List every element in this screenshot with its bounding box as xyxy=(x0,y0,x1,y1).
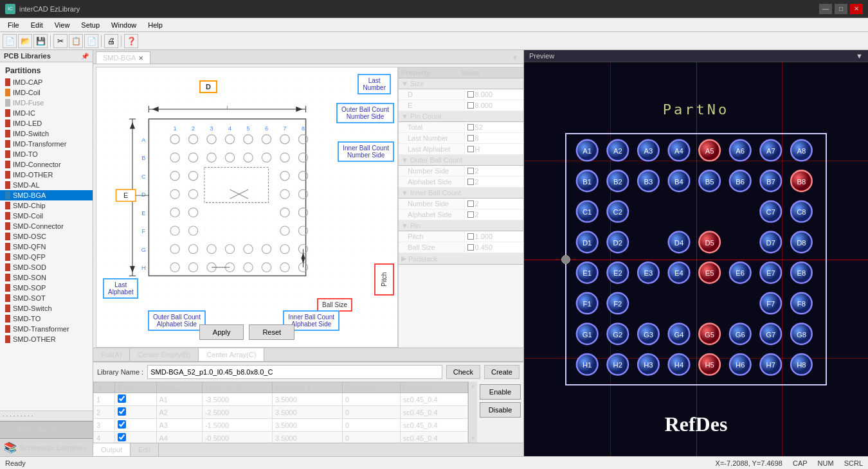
row-check-1[interactable] xyxy=(118,394,126,403)
prop-row-ball-size: Ball Size 0.450 xyxy=(399,242,523,253)
prop-group-inner-ball[interactable]: ▼ Inner Ball Count xyxy=(399,188,523,199)
table-scrollbar[interactable]: ▲ ▼ xyxy=(468,382,477,443)
color-imd-switch xyxy=(5,130,10,137)
table-row[interactable]: 1 A1 -3.5000 3.5000 0 sc0.45_0.4 xyxy=(94,393,468,406)
scroll-up-icon[interactable]: ▲ xyxy=(471,383,476,389)
row-check-4[interactable] xyxy=(118,433,126,441)
close-button[interactable]: ✕ xyxy=(850,4,863,14)
partition-smd-qfn[interactable]: SMD-QFN xyxy=(0,242,93,252)
color-smd-chip xyxy=(5,202,10,209)
create-button[interactable]: Create xyxy=(484,365,520,379)
pcb-libraries-header: PCB Libraries 📌 xyxy=(0,50,93,62)
table-row[interactable]: 3 A3 -1.5000 3.5000 0 sc0.45_0.4 xyxy=(94,419,468,432)
row-check-2[interactable] xyxy=(118,407,126,416)
maximize-button[interactable]: □ xyxy=(835,4,847,14)
prop-group-padstack[interactable]: ▶ Padstack xyxy=(399,253,523,265)
scroll-down-icon[interactable]: ▼ xyxy=(471,436,476,441)
row-pad-4: sc0.45_0.4 xyxy=(400,432,467,443)
tab-output[interactable]: Output xyxy=(93,443,131,456)
partition-smd-connector[interactable]: SMD-Connector xyxy=(0,221,93,231)
toolbar-new[interactable]: 📄 xyxy=(3,34,17,48)
svg-text:G7: G7 xyxy=(766,331,775,339)
partition-smd-osc[interactable]: SMD-OSC xyxy=(0,231,93,242)
menu-help[interactable]: Help xyxy=(143,20,168,30)
prop-group-size[interactable]: ▼ Size xyxy=(399,78,523,89)
svg-text:G: G xyxy=(141,247,146,253)
tab-smd-bga[interactable]: SMD-BGA ✕ xyxy=(96,51,150,64)
partition-imd-fuse[interactable]: IMD-Fuse xyxy=(0,98,93,108)
partition-smd-sod[interactable]: SMD-SOD xyxy=(0,262,93,272)
row-enabled-2[interactable] xyxy=(115,406,156,419)
toolbar-save[interactable]: 💾 xyxy=(33,34,48,48)
row-pad-3: sc0.45_0.4 xyxy=(400,419,467,432)
reset-button[interactable]: Reset xyxy=(249,324,294,340)
tab-full-a[interactable]: Full(A) xyxy=(93,348,130,361)
toolbar-copy[interactable]: 📋 xyxy=(69,34,83,48)
partition-imd-led[interactable]: IMD-LED xyxy=(0,118,93,128)
partition-smd-coil[interactable]: SMD-Coil xyxy=(0,211,93,221)
table-row[interactable]: 2 A2 -2.5000 3.5000 0 sc0.45_0.4 xyxy=(94,406,468,419)
menu-window[interactable]: Window xyxy=(106,20,141,30)
panel-pin-btn[interactable]: 📌 xyxy=(81,53,89,60)
tab-edit[interactable]: Edit xyxy=(131,443,159,456)
partition-smd-qfp[interactable]: SMD-QFP xyxy=(0,252,93,262)
partition-imd-switch[interactable]: IMD-Switch xyxy=(0,128,93,139)
menu-setup[interactable]: Setup xyxy=(76,20,105,30)
partition-imd-connector[interactable]: IMD-Connector xyxy=(0,159,93,170)
table-row[interactable]: 4 A4 -0.5000 3.5000 0 sc0.45_0.4 xyxy=(94,432,468,443)
row-enabled-3[interactable] xyxy=(115,419,156,432)
preview-dropdown[interactable]: ▼ xyxy=(856,52,863,60)
enable-button[interactable]: Enable xyxy=(480,384,521,400)
partition-smd-transformer[interactable]: SMD-Transformer xyxy=(0,324,93,334)
main-container: PCB Libraries 📌 Partitions IMD-CAP IMD-C… xyxy=(0,50,868,456)
menu-edit[interactable]: Edit xyxy=(26,20,48,30)
prop-total-name: Total xyxy=(399,122,465,132)
partition-imd-coil[interactable]: IMD-Coil xyxy=(0,87,93,98)
partition-imd-to[interactable]: IMD-TO xyxy=(0,149,93,159)
partition-imd-cap[interactable]: IMD-CAP xyxy=(0,77,93,87)
partition-smd-other[interactable]: SMD-OTHER xyxy=(0,334,93,344)
partition-smd-sot[interactable]: SMD-SOT xyxy=(0,293,93,303)
partition-imd-ic[interactable]: IMD-IC xyxy=(0,108,93,118)
minimize-button[interactable]: — xyxy=(819,4,832,14)
row-enabled-4[interactable] xyxy=(115,432,156,443)
table-container[interactable]: ▲ Ena... Num... Location X Location Y Ro… xyxy=(93,382,468,443)
tab-dropdown-icon[interactable]: ▼ xyxy=(509,53,521,62)
toolbar-help[interactable]: ❓ xyxy=(124,34,138,48)
apply-button[interactable]: Apply xyxy=(199,324,244,340)
tab-label: SMD-BGA xyxy=(103,54,136,62)
pcb-libraries-title: PCB Libraries xyxy=(4,52,51,60)
toolbar-cut[interactable]: ✂ xyxy=(53,34,68,48)
partition-smd-son[interactable]: SMD-SON xyxy=(0,272,93,283)
menu-view[interactable]: View xyxy=(50,20,75,30)
tab-close-icon[interactable]: ✕ xyxy=(138,55,143,62)
prop-group-pin-count[interactable]: ▼ Pin Count xyxy=(399,111,523,122)
pcb-libraries-footer[interactable]: 🗂 PCB Libraries xyxy=(0,421,93,438)
menu-file[interactable]: File xyxy=(3,20,24,30)
row-enabled-1[interactable] xyxy=(115,393,156,406)
toolbar-print[interactable]: 🖨 xyxy=(104,34,118,48)
center-bottom: Full(A) Center Empty(B) Center Array(C) … xyxy=(93,348,523,456)
partition-smd-sop[interactable]: SMD-SOP xyxy=(0,283,93,293)
tab-center-array-c[interactable]: Center Array(C) xyxy=(199,348,264,361)
partition-smd-switch[interactable]: SMD-Switch xyxy=(0,303,93,314)
color-smd-son xyxy=(5,274,10,281)
partition-smd-to[interactable]: SMD-TO xyxy=(0,314,93,324)
library-name-input[interactable] xyxy=(147,365,442,379)
partition-imd-transformer[interactable]: IMD-Transformer xyxy=(0,139,93,149)
prop-group-pin[interactable]: ▼ Pin xyxy=(399,220,523,231)
svg-text:F2: F2 xyxy=(613,300,622,308)
disable-button[interactable]: Disable xyxy=(480,402,521,418)
schematic-libraries-section[interactable]: 📚 Schematic Libraries xyxy=(0,438,93,456)
partition-smd-chip[interactable]: SMD-Chip xyxy=(0,200,93,211)
row-check-3[interactable] xyxy=(118,420,126,429)
col-num: Num... xyxy=(156,382,202,393)
partition-imd-other[interactable]: IMD-OTHER xyxy=(0,170,93,180)
partition-smd-bga[interactable]: SMD-BGA xyxy=(0,190,93,200)
check-button[interactable]: Check xyxy=(446,365,480,379)
toolbar-open[interactable]: 📂 xyxy=(18,34,32,48)
toolbar-paste[interactable]: 📄 xyxy=(84,34,98,48)
prop-group-outer-ball[interactable]: ▼ Outer Ball Count xyxy=(399,155,523,166)
tab-center-empty-b[interactable]: Center Empty(B) xyxy=(130,348,199,361)
partition-smd-al[interactable]: SMD-AL xyxy=(0,180,93,190)
